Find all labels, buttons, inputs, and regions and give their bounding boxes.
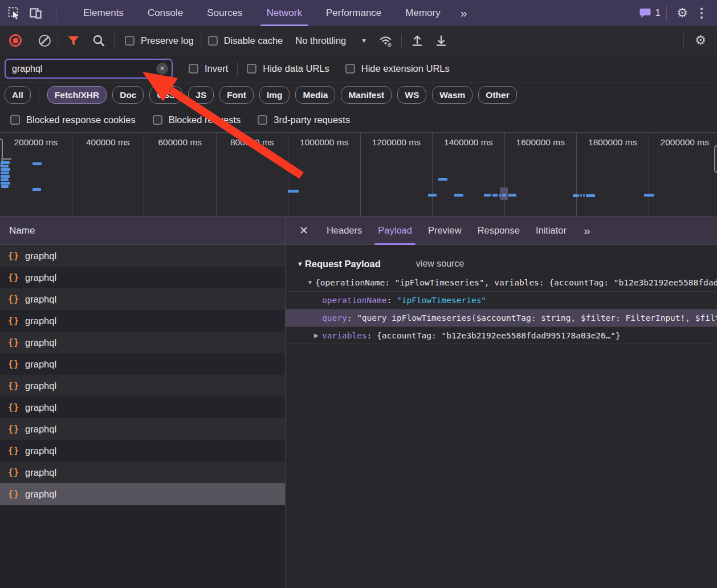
checkbox-blocked-requests[interactable]: Blocked requests — [153, 115, 241, 125]
checkbox-box[interactable] — [258, 115, 267, 125]
details-more-tabs-icon[interactable]: » — [579, 224, 594, 238]
device-toolbar-icon[interactable] — [28, 6, 43, 21]
filter-chip-manifest[interactable]: Manifest — [341, 86, 392, 104]
request-name: graphql — [25, 316, 56, 326]
invert-checkbox[interactable]: Invert — [189, 63, 228, 74]
preserve-log-box[interactable] — [125, 36, 135, 46]
collapse-triangle-icon[interactable]: ▼ — [297, 260, 303, 267]
hide-data-urls-box[interactable] — [247, 64, 256, 74]
record-button[interactable] — [9, 34, 22, 47]
filter-chip-fetch-xhr[interactable]: Fetch/XHR — [47, 86, 107, 104]
details-tab-preview[interactable]: Preview — [420, 217, 470, 245]
request-details-pane: ✕ HeadersPayloadPreviewResponseInitiator… — [286, 217, 717, 588]
settings-gear-icon[interactable]: ⚙ — [673, 6, 692, 21]
network-settings-gear-icon[interactable]: ⚙ — [691, 33, 710, 48]
expand-triangle-icon[interactable]: ▶ — [314, 332, 322, 338]
timeline-tick-label: 800000 ms — [230, 137, 274, 216]
payload-tree: ▼{operationName: "ipFlowTimeseries", var… — [286, 273, 717, 344]
network-overview-timeline[interactable]: 200000 ms400000 ms600000 ms800000 ms1000… — [0, 133, 717, 217]
request-row[interactable]: {}graphql — [0, 462, 285, 483]
request-row[interactable]: {}graphql — [0, 397, 285, 418]
payload-row-query[interactable]: query: "query ipFlowTimeseries($accountT… — [286, 309, 717, 326]
disable-cache-box[interactable] — [208, 36, 218, 46]
filter-chip-wasm[interactable]: Wasm — [432, 86, 472, 104]
tab-console[interactable]: Console — [136, 0, 195, 26]
filter-chip-other[interactable]: Other — [478, 86, 516, 104]
filter-input[interactable] — [12, 64, 152, 74]
throttling-select[interactable]: No throttling ▼ — [295, 35, 367, 46]
tab-elements[interactable]: Elements — [71, 0, 136, 26]
details-tab-response[interactable]: Response — [470, 217, 528, 245]
payload-row-operationName[interactable]: operationName: "ipFlowTimeseries" — [286, 291, 717, 309]
payload-row-variables[interactable]: ▶variables: {accountTag: "b12e3b2192ee55… — [286, 326, 717, 344]
kebab-menu-icon[interactable]: ⋮ — [692, 6, 711, 21]
filter-funnel-icon[interactable] — [65, 32, 82, 49]
view-source-link[interactable]: view source — [416, 259, 464, 269]
filter-chip-doc[interactable]: Doc — [112, 86, 144, 104]
details-tab-headers[interactable]: Headers — [319, 217, 370, 245]
details-tab-initiator[interactable]: Initiator — [528, 217, 575, 245]
timeline-segment: 600000 ms — [144, 133, 217, 216]
network-conditions-icon[interactable]: ⚙ — [377, 32, 394, 49]
payload-summary-row[interactable]: ▼{operationName: "ipFlowTimeseries", var… — [286, 273, 717, 291]
request-payload-section[interactable]: ▼ Request Payload view source — [286, 254, 717, 273]
request-row[interactable]: {}graphql — [0, 332, 285, 353]
search-icon[interactable] — [90, 32, 107, 49]
tab-memory[interactable]: Memory — [393, 0, 452, 26]
name-column-header[interactable]: Name — [0, 217, 285, 245]
toolbar-divider-2 — [114, 34, 115, 47]
export-har-icon[interactable] — [409, 32, 426, 49]
hide-extension-urls-checkbox[interactable]: Hide extension URLs — [345, 63, 450, 74]
request-row[interactable]: {}graphql — [0, 353, 285, 375]
filter-chip-ws[interactable]: WS — [397, 86, 426, 104]
request-row[interactable]: {}graphql — [0, 245, 285, 267]
tab-sources[interactable]: Sources — [195, 0, 254, 26]
request-row[interactable]: {}graphql — [0, 375, 285, 397]
request-row[interactable]: {}graphql — [0, 288, 285, 310]
clear-filter-icon[interactable]: ✕ — [156, 63, 168, 75]
checkbox-box[interactable] — [153, 115, 162, 125]
request-row[interactable]: {}graphql — [0, 483, 285, 505]
request-timing-bar — [438, 178, 447, 181]
timeline-tick-label: 2000000 ms — [661, 137, 709, 216]
hide-data-urls-checkbox[interactable]: Hide data URLs — [247, 63, 329, 74]
more-panels-icon[interactable]: » — [453, 0, 474, 26]
filter-chip-img[interactable]: Img — [259, 86, 290, 104]
request-row[interactable]: {}graphql — [0, 440, 285, 462]
filter-chip-css[interactable]: CSS — [149, 86, 182, 104]
request-timing-bar — [1, 182, 10, 185]
expand-triangle-icon[interactable]: ▼ — [307, 279, 315, 285]
request-row[interactable]: {}graphql — [0, 267, 285, 288]
network-bottom-split: Name {}graphql{}graphql{}graphql{}graphq… — [0, 217, 717, 588]
inspect-element-icon[interactable] — [7, 6, 22, 21]
import-har-icon[interactable] — [433, 32, 450, 49]
preserve-log-checkbox[interactable]: Preserve log — [125, 35, 194, 46]
filter-chip-font[interactable]: Font — [219, 86, 254, 104]
filter-chip-media[interactable]: Media — [295, 86, 335, 104]
hide-data-urls-label: Hide data URLs — [263, 63, 329, 74]
details-tab-payload[interactable]: Payload — [370, 217, 420, 245]
request-list-pane: Name {}graphql{}graphql{}graphql{}graphq… — [0, 217, 286, 588]
clear-requests-icon[interactable] — [39, 35, 51, 47]
invert-box[interactable] — [189, 64, 198, 74]
hide-extension-urls-box[interactable] — [345, 64, 355, 74]
checkbox-box[interactable] — [10, 115, 20, 125]
tabbar-divider — [56, 6, 56, 21]
request-timing-bar — [288, 190, 299, 193]
filter-chip-all[interactable]: All — [5, 86, 31, 104]
fetch-xhr-icon: {} — [8, 359, 19, 369]
request-row[interactable]: {}graphql — [0, 418, 285, 440]
tab-performance[interactable]: Performance — [314, 0, 393, 26]
tab-network[interactable]: Network — [255, 0, 314, 26]
disable-cache-checkbox[interactable]: Disable cache — [208, 35, 283, 46]
filter-chip-js[interactable]: JS — [188, 86, 214, 104]
request-row[interactable]: {}graphql — [0, 310, 285, 332]
issues-counter[interactable]: 1 — [639, 7, 661, 19]
request-timing-bar — [580, 194, 582, 197]
request-timing-bar — [644, 194, 654, 197]
checkbox-3rd-party-requests[interactable]: 3rd-party requests — [258, 115, 350, 125]
chips-divider — [39, 88, 39, 102]
hide-extension-urls-label: Hide extension URLs — [361, 63, 450, 74]
close-details-icon[interactable]: ✕ — [294, 224, 314, 237]
checkbox-blocked-response-cookies[interactable]: Blocked response cookies — [10, 115, 136, 125]
